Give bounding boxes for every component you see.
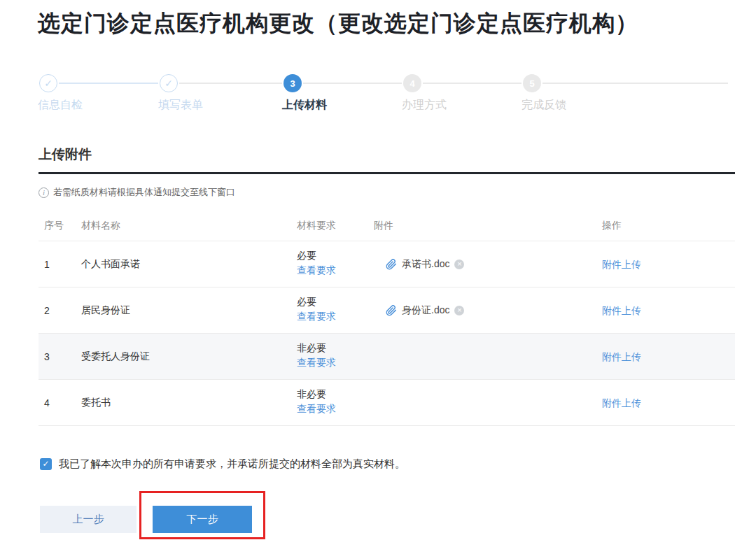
upload-attachment-link[interactable]: 附件上传: [602, 257, 641, 272]
prev-step-button[interactable]: 上一步: [40, 506, 136, 533]
row-no: 4: [44, 380, 50, 426]
header-action: 操作: [602, 210, 622, 241]
step-2-circle: ✓: [160, 74, 178, 92]
remove-attachment-icon[interactable]: ×: [454, 260, 464, 269]
stepper: ✓ ✓ 3 4 5 信息自检 填写表单 上传材料 办理方式 完成反馈: [0, 0, 756, 119]
header-attachment: 附件: [374, 210, 393, 241]
material-row: 4 委托书 非必要 查看要求 附件上传: [38, 380, 735, 426]
row-no: 3: [44, 334, 50, 380]
upload-attachment-link[interactable]: 附件上传: [602, 303, 641, 318]
step-2-label: 填写表单: [158, 98, 203, 113]
stepper-connector: [59, 83, 158, 84]
table-header-row: 序号 材料名称 材料要求 附件 操作: [38, 210, 735, 241]
row-name: 居民身份证: [81, 287, 130, 334]
materials-table: 序号 材料名称 材料要求 附件 操作 1 个人书面承诺 必要 查看要求 承诺书.…: [38, 210, 735, 426]
step-3-label: 上传材料: [282, 98, 327, 113]
row-no: 2: [44, 287, 50, 334]
attachment-filename: 承诺书.doc: [402, 258, 449, 271]
header-no: 序号: [44, 210, 64, 241]
material-row: 1 个人书面承诺 必要 查看要求 承诺书.doc × 附件上传: [38, 241, 735, 287]
view-requirements-link[interactable]: 查看要求: [297, 357, 336, 368]
stepper-connector: [542, 83, 728, 84]
section-heading: 上传附件: [38, 145, 92, 164]
attachment-chip: 身份证.doc ×: [386, 304, 464, 317]
stepper-connector: [423, 83, 522, 84]
step-5-label: 完成反馈: [522, 98, 566, 113]
agreement-text: 我已了解本次申办的所有申请要求，并承诺所提交的材料全部为真实材料。: [59, 457, 405, 471]
requirement-level: 必要: [297, 248, 336, 262]
row-name: 个人书面承诺: [81, 241, 140, 287]
agreement-checkbox[interactable]: ✓: [40, 458, 52, 470]
requirement-level: 必要: [297, 294, 336, 308]
step-number: 4: [410, 78, 414, 89]
upload-materials-page: 选定门诊定点医疗机构更改（更改选定门诊定点医疗机构） ✓ ✓ 3 4 5 信息自…: [0, 0, 756, 554]
view-requirements-link[interactable]: 查看要求: [297, 403, 336, 414]
agreement-row: ✓ 我已了解本次申办的所有申请要求，并承诺所提交的材料全部为真实材料。: [40, 453, 405, 474]
material-row: 3 受委托人身份证 非必要 查看要求 附件上传: [38, 334, 735, 380]
view-requirements-link[interactable]: 查看要求: [297, 264, 336, 276]
step-number: 3: [290, 78, 295, 89]
stepper-connector: [303, 83, 402, 84]
step-4-label: 办理方式: [402, 98, 447, 113]
step-1-label: 信息自检: [38, 98, 83, 113]
next-step-button[interactable]: 下一步: [153, 506, 252, 533]
step-number: 5: [529, 78, 534, 89]
view-requirements-link[interactable]: 查看要求: [297, 311, 336, 322]
check-icon: ✓: [164, 78, 173, 89]
material-row: 2 居民身份证 必要 查看要求 身份证.doc × 附件上传: [38, 287, 735, 334]
check-icon: ✓: [44, 78, 52, 89]
step-1-circle: ✓: [39, 74, 57, 92]
row-name: 委托书: [81, 380, 111, 426]
row-name: 受委托人身份证: [81, 334, 150, 380]
attachment-chip: 承诺书.doc ×: [386, 258, 464, 271]
requirement-level: 非必要: [297, 387, 336, 401]
header-name: 材料名称: [81, 210, 120, 241]
attachment-filename: 身份证.doc: [402, 304, 449, 317]
remove-attachment-icon[interactable]: ×: [454, 306, 464, 315]
header-requirement: 材料要求: [297, 210, 336, 241]
paperclip-icon: [386, 259, 397, 270]
upload-attachment-link[interactable]: 附件上传: [602, 349, 641, 364]
heading-underline: [38, 172, 735, 174]
upload-attachment-link[interactable]: 附件上传: [602, 395, 641, 411]
step-3-circle: 3: [284, 74, 302, 92]
notice-line: i 若需纸质材料请根据具体通知提交至线下窗口: [38, 186, 235, 199]
checkbox-check-icon: ✓: [42, 459, 49, 469]
paperclip-icon: [386, 305, 397, 316]
stepper-connector: [179, 83, 282, 84]
info-icon: i: [38, 187, 49, 198]
row-no: 1: [44, 241, 50, 287]
notice-text: 若需纸质材料请根据具体通知提交至线下窗口: [53, 186, 235, 199]
requirement-level: 非必要: [297, 341, 336, 355]
step-5-circle: 5: [523, 74, 541, 92]
step-4-circle: 4: [403, 74, 421, 92]
